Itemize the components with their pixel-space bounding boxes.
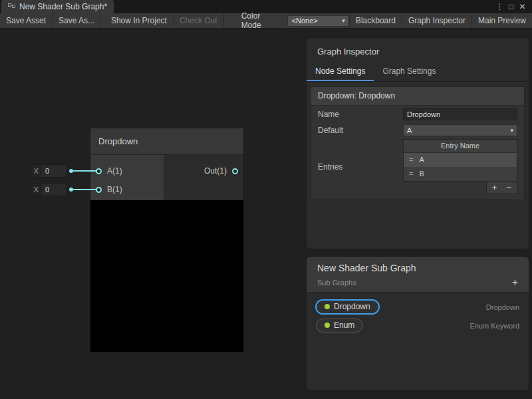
blackboard-toggle-button[interactable]: Blackboard	[349, 13, 402, 28]
entries-list: Entry Name = A = B + −	[403, 139, 517, 194]
remove-entry-button[interactable]: −	[506, 182, 511, 192]
save-as-button[interactable]: Save As...	[53, 13, 101, 28]
node-preview	[90, 200, 243, 352]
maximize-icon[interactable]: □	[505, 0, 517, 13]
graph-toolbar: Save Asset Save As... Show In Project Ch…	[0, 13, 532, 29]
blackboard-row-dropdown: Dropdown Dropdown	[316, 300, 519, 314]
port-out-label: Out(1)	[204, 166, 227, 176]
port-out-connector-icon[interactable]	[232, 168, 238, 174]
blackboard-item-dropdown[interactable]: Dropdown	[316, 300, 379, 314]
blackboard-item-label: Enum	[334, 321, 354, 330]
blackboard-item-enum[interactable]: Enum	[316, 319, 363, 332]
blackboard-item-label: Dropdown	[334, 302, 370, 311]
node-settings-content: Dropdown: Dropdown Name Default A ▾ Entr…	[311, 86, 525, 200]
entry-name: A	[419, 156, 424, 164]
slot-b-value-field[interactable]	[42, 184, 66, 196]
edge-a[interactable]	[72, 170, 96, 172]
show-in-project-button[interactable]: Show In Project	[105, 13, 174, 28]
port-row-b: B(1)	[90, 180, 164, 199]
chevron-down-icon: ▾	[510, 127, 513, 134]
entries-list-header: Entry Name	[404, 140, 517, 153]
color-mode-value: <None>	[292, 17, 318, 25]
name-input[interactable]	[403, 108, 517, 120]
graph-inspector-toggle-button[interactable]: Graph Inspector	[402, 13, 471, 28]
chevron-down-icon: ▾	[342, 17, 345, 24]
port-b-label: B(1)	[107, 185, 122, 194]
drag-handle-icon[interactable]: =	[409, 156, 413, 164]
name-label: Name	[318, 110, 403, 119]
graph-inspector-panel: Graph Inspector Node Settings Graph Sett…	[306, 37, 529, 249]
entry-name: B	[419, 170, 424, 178]
shader-graph-icon	[8, 2, 15, 11]
tab-graph-settings[interactable]: Graph Settings	[374, 63, 444, 81]
default-field-row: Default A ▾	[311, 122, 524, 138]
drag-handle-icon[interactable]: =	[409, 170, 413, 178]
node-title: Dropdown	[98, 136, 138, 146]
node-header[interactable]: Dropdown	[90, 128, 243, 155]
entries-list-container: Entry Name = A = B	[403, 139, 517, 182]
entry-row-a[interactable]: = A	[404, 153, 517, 167]
blackboard-subtitle: Sub Graphs	[317, 279, 356, 287]
main-preview-toggle-button[interactable]: Main Preview	[471, 13, 532, 28]
blackboard-header: New Shader Sub Graph Sub Graphs +	[307, 257, 529, 293]
tab-node-settings[interactable]: Node Settings	[307, 63, 374, 81]
node-input-column: A(1) B(1)	[90, 155, 164, 200]
entries-list-footer: + −	[403, 182, 517, 194]
inspector-tabs: Node Settings Graph Settings	[307, 63, 529, 82]
port-row-out: Out(1)	[204, 162, 238, 180]
blackboard-item-type: Dropdown	[486, 303, 519, 311]
node-port-area: A(1) B(1) Out(1)	[90, 155, 243, 200]
slot-a-value-field[interactable]	[42, 165, 66, 177]
close-icon[interactable]: ✕	[517, 0, 528, 13]
slot-a-value-widget: X	[30, 164, 67, 178]
document-tab[interactable]: New Shader Sub Graph*	[1, 0, 114, 13]
document-tab-title: New Shader Sub Graph*	[19, 2, 107, 11]
add-entry-button[interactable]: +	[492, 182, 497, 192]
add-property-button[interactable]: +	[512, 278, 518, 287]
blackboard-item-list: Dropdown Dropdown Enum Enum Keyword	[307, 293, 529, 340]
slot-b-axis-label: X	[31, 184, 42, 196]
slot-b-value-widget: X	[30, 183, 67, 196]
color-mode-label: Color Mode	[224, 13, 287, 28]
check-out-button: Check Out	[174, 13, 224, 28]
port-a-connector-icon[interactable]	[96, 168, 102, 174]
entries-footer-buttons: + −	[486, 182, 517, 194]
edge-b[interactable]	[72, 189, 96, 190]
dropdown-node[interactable]: Dropdown A(1) B(1) Out(1)	[90, 128, 244, 352]
window-menu-icon[interactable]: ⋮	[494, 0, 505, 13]
default-dropdown[interactable]: A ▾	[403, 124, 517, 136]
entry-row-b[interactable]: = B	[404, 167, 517, 181]
blackboard-item-type: Enum Keyword	[469, 322, 519, 330]
blackboard-subtitle-row: Sub Graphs +	[317, 278, 518, 287]
port-a-label: A(1)	[107, 166, 122, 176]
blackboard-title: New Shader Sub Graph	[317, 263, 518, 273]
toolbar-right-group: Blackboard Graph Inspector Main Preview	[349, 13, 532, 28]
node-settings-section-title: Dropdown: Dropdown	[311, 87, 524, 106]
property-dot-icon	[325, 323, 330, 328]
port-b-connector-icon[interactable]	[96, 187, 102, 193]
default-dropdown-value: A	[407, 126, 412, 134]
blackboard-row-enum: Enum Enum Keyword	[316, 319, 519, 332]
blackboard-panel: New Shader Sub Graph Sub Graphs + Dropdo…	[306, 256, 529, 391]
window-controls: ⋮ □ ✕	[494, 0, 532, 13]
graph-inspector-title: Graph Inspector	[307, 38, 529, 63]
property-dot-icon	[325, 304, 330, 309]
shader-graph-window: New Shader Sub Graph* ⋮ □ ✕ Save Asset S…	[0, 0, 532, 399]
name-field-row: Name	[311, 106, 524, 122]
port-row-a: A(1)	[90, 162, 164, 180]
entries-label: Entries	[318, 162, 403, 172]
slot-a-axis-label: X	[31, 165, 42, 177]
default-label: Default	[318, 126, 403, 135]
save-asset-button[interactable]: Save Asset	[0, 13, 53, 28]
color-mode-dropdown[interactable]: <None> ▾	[287, 15, 349, 27]
entries-field-row: Entries Entry Name = A = B	[311, 138, 524, 200]
